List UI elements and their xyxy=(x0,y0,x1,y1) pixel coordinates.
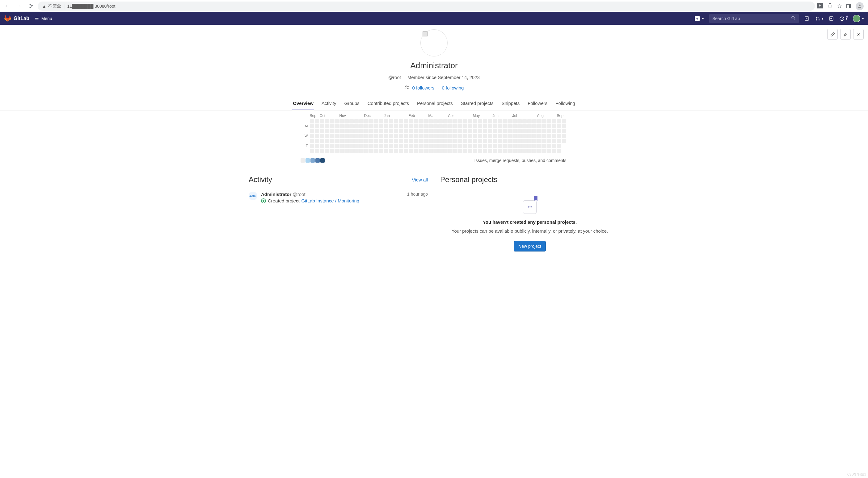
bookmark-star-icon[interactable]: ☆ xyxy=(837,3,842,9)
calendar-day-cell[interactable] xyxy=(359,134,364,138)
calendar-day-cell[interactable] xyxy=(552,124,556,128)
calendar-day-cell[interactable] xyxy=(409,124,413,128)
calendar-day-cell[interactable] xyxy=(562,129,566,133)
calendar-day-cell[interactable] xyxy=(443,124,447,128)
side-panel-icon[interactable] xyxy=(846,4,851,8)
rss-button[interactable] xyxy=(840,29,851,39)
calendar-day-cell[interactable] xyxy=(468,144,472,148)
calendar-day-cell[interactable] xyxy=(552,139,556,143)
calendar-day-cell[interactable] xyxy=(324,124,329,128)
calendar-day-cell[interactable] xyxy=(453,139,458,143)
calendar-day-cell[interactable] xyxy=(428,149,433,153)
calendar-day-cell[interactable] xyxy=(339,139,344,143)
calendar-day-cell[interactable] xyxy=(438,129,443,133)
calendar-day-cell[interactable] xyxy=(463,119,467,124)
calendar-day-cell[interactable] xyxy=(315,129,319,133)
tab-activity[interactable]: Activity xyxy=(321,98,337,110)
calendar-day-cell[interactable] xyxy=(522,149,527,153)
calendar-day-cell[interactable] xyxy=(374,124,378,128)
calendar-day-cell[interactable] xyxy=(498,144,502,148)
report-abuse-button[interactable] xyxy=(853,29,864,39)
calendar-day-cell[interactable] xyxy=(562,119,566,124)
calendar-day-cell[interactable] xyxy=(522,129,527,133)
calendar-day-cell[interactable] xyxy=(532,149,536,153)
calendar-day-cell[interactable] xyxy=(463,124,467,128)
calendar-day-cell[interactable] xyxy=(443,149,447,153)
calendar-day-cell[interactable] xyxy=(364,119,369,124)
calendar-day-cell[interactable] xyxy=(463,144,467,148)
calendar-day-cell[interactable] xyxy=(369,139,373,143)
calendar-day-cell[interactable] xyxy=(330,124,334,128)
calendar-day-cell[interactable] xyxy=(339,124,344,128)
calendar-day-cell[interactable] xyxy=(518,124,522,128)
calendar-day-cell[interactable] xyxy=(503,129,507,133)
calendar-day-cell[interactable] xyxy=(468,129,472,133)
calendar-day-cell[interactable] xyxy=(428,139,433,143)
calendar-day-cell[interactable] xyxy=(438,149,443,153)
tab-starred-projects[interactable]: Starred projects xyxy=(460,98,494,110)
calendar-day-cell[interactable] xyxy=(537,124,541,128)
calendar-day-cell[interactable] xyxy=(418,119,423,124)
calendar-day-cell[interactable] xyxy=(443,134,447,138)
calendar-day-cell[interactable] xyxy=(527,129,532,133)
calendar-day-cell[interactable] xyxy=(310,139,314,143)
calendar-day-cell[interactable] xyxy=(389,134,393,138)
new-project-button[interactable]: New project xyxy=(514,241,546,251)
calendar-day-cell[interactable] xyxy=(359,139,364,143)
calendar-day-cell[interactable] xyxy=(344,124,349,128)
calendar-day-cell[interactable] xyxy=(409,139,413,143)
calendar-day-cell[interactable] xyxy=(522,139,527,143)
calendar-day-cell[interactable] xyxy=(330,129,334,133)
calendar-day-cell[interactable] xyxy=(493,119,497,124)
calendar-day-cell[interactable] xyxy=(473,134,477,138)
calendar-day-cell[interactable] xyxy=(557,144,561,148)
calendar-day-cell[interactable] xyxy=(527,149,532,153)
calendar-day-cell[interactable] xyxy=(513,124,517,128)
calendar-day-cell[interactable] xyxy=(522,134,527,138)
calendar-day-cell[interactable] xyxy=(404,124,408,128)
calendar-day-cell[interactable] xyxy=(339,149,344,153)
calendar-day-cell[interactable] xyxy=(354,119,359,124)
calendar-day-cell[interactable] xyxy=(527,144,532,148)
calendar-day-cell[interactable] xyxy=(330,134,334,138)
calendar-day-cell[interactable] xyxy=(478,124,482,128)
calendar-day-cell[interactable] xyxy=(409,144,413,148)
calendar-day-cell[interactable] xyxy=(483,129,487,133)
calendar-day-cell[interactable] xyxy=(394,144,398,148)
calendar-day-cell[interactable] xyxy=(359,144,364,148)
calendar-day-cell[interactable] xyxy=(507,144,512,148)
todos-icon[interactable] xyxy=(829,16,834,21)
calendar-day-cell[interactable] xyxy=(498,134,502,138)
calendar-day-cell[interactable] xyxy=(507,134,512,138)
calendar-day-cell[interactable] xyxy=(339,129,344,133)
calendar-day-cell[interactable] xyxy=(503,144,507,148)
calendar-day-cell[interactable] xyxy=(547,139,551,143)
calendar-day-cell[interactable] xyxy=(374,119,378,124)
calendar-day-cell[interactable] xyxy=(310,119,314,124)
calendar-day-cell[interactable] xyxy=(394,149,398,153)
calendar-day-cell[interactable] xyxy=(344,129,349,133)
calendar-day-cell[interactable] xyxy=(438,144,443,148)
calendar-day-cell[interactable] xyxy=(310,144,314,148)
calendar-day-cell[interactable] xyxy=(364,134,369,138)
calendar-day-cell[interactable] xyxy=(493,134,497,138)
calendar-day-cell[interactable] xyxy=(404,129,408,133)
calendar-day-cell[interactable] xyxy=(394,124,398,128)
calendar-day-cell[interactable] xyxy=(369,134,373,138)
calendar-day-cell[interactable] xyxy=(379,149,383,153)
calendar-day-cell[interactable] xyxy=(542,134,547,138)
calendar-day-cell[interactable] xyxy=(409,129,413,133)
browser-reload-button[interactable]: ⟳ xyxy=(26,2,35,11)
calendar-day-cell[interactable] xyxy=(503,119,507,124)
calendar-day-cell[interactable] xyxy=(503,134,507,138)
calendar-day-cell[interactable] xyxy=(369,144,373,148)
calendar-day-cell[interactable] xyxy=(310,129,314,133)
calendar-day-cell[interactable] xyxy=(409,149,413,153)
calendar-day-cell[interactable] xyxy=(483,139,487,143)
calendar-day-cell[interactable] xyxy=(335,139,339,143)
calendar-day-cell[interactable] xyxy=(339,144,344,148)
calendar-day-cell[interactable] xyxy=(507,149,512,153)
calendar-day-cell[interactable] xyxy=(354,124,359,128)
calendar-day-cell[interactable] xyxy=(374,149,378,153)
calendar-day-cell[interactable] xyxy=(324,144,329,148)
